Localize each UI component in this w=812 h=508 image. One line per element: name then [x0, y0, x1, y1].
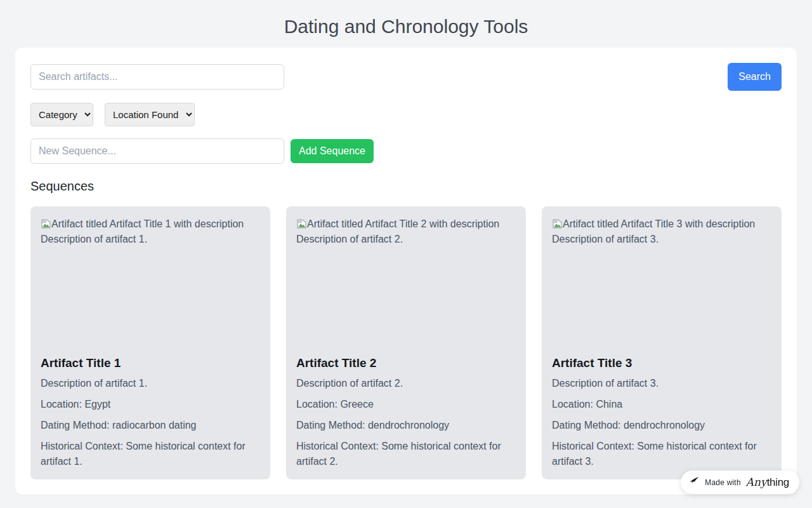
page-title: Dating and Chronology Tools [0, 16, 812, 37]
badge-brand-text: Anything [746, 476, 789, 489]
artifact-dating-method: Dating Method: dendrochronology [552, 418, 771, 433]
badge-brand-any: Any [746, 476, 767, 488]
bird-logo-icon [689, 476, 700, 489]
artifact-description: Description of artifact 2. [296, 376, 516, 391]
artifact-image-broken: Artifact titled Artifact Title 3 with de… [552, 217, 771, 344]
add-sequence-row: Add Sequence [30, 138, 782, 164]
location-found-select[interactable]: Location Found [105, 103, 195, 126]
badge-made-with-text: Made with [705, 478, 741, 487]
main-panel: Search Category Location Found Add Seque… [15, 48, 797, 495]
search-row: Search [30, 63, 782, 91]
add-sequence-button[interactable]: Add Sequence [291, 139, 374, 163]
artifact-historical-context: Historical Context: Some historical cont… [552, 439, 771, 469]
artifact-location: Location: Greece [296, 397, 516, 412]
artifact-title: Artifact Title 3 [552, 356, 771, 370]
broken-image-icon [41, 218, 51, 229]
category-select[interactable]: Category [30, 103, 93, 126]
new-sequence-input[interactable] [30, 138, 284, 164]
sequences-heading: Sequences [30, 179, 782, 194]
artifact-title: Artifact Title 2 [296, 356, 516, 370]
artifact-description: Description of artifact 3. [552, 376, 771, 391]
artifact-card-2: Artifact titled Artifact Title 2 with de… [286, 206, 526, 479]
broken-image-icon [552, 218, 563, 229]
artifact-title: Artifact Title 1 [41, 356, 260, 370]
artifact-dating-method: Dating Method: radiocarbon dating [41, 418, 260, 433]
artifact-image-broken: Artifact titled Artifact Title 2 with de… [296, 217, 516, 344]
artifact-historical-context: Historical Context: Some historical cont… [296, 439, 516, 469]
artifact-card-3: Artifact titled Artifact Title 3 with de… [542, 206, 782, 479]
artifact-image-alt-text: Artifact titled Artifact Title 2 with de… [296, 218, 499, 244]
search-button[interactable]: Search [728, 63, 782, 91]
artifact-historical-context: Historical Context: Some historical cont… [41, 439, 260, 469]
artifact-dating-method: Dating Method: dendrochronology [296, 418, 516, 433]
broken-image-icon [296, 218, 307, 229]
badge-brand-thing: thing [767, 476, 789, 488]
artifact-image-alt-text: Artifact titled Artifact Title 1 with de… [41, 218, 244, 244]
artifact-cards-grid: Artifact titled Artifact Title 1 with de… [30, 206, 782, 479]
artifact-card-1: Artifact titled Artifact Title 1 with de… [30, 206, 270, 479]
artifact-image-alt-text: Artifact titled Artifact Title 3 with de… [552, 218, 755, 244]
artifact-image-broken: Artifact titled Artifact Title 1 with de… [41, 217, 260, 344]
filters-row: Category Location Found [30, 103, 782, 126]
search-input[interactable] [30, 64, 284, 90]
artifact-description: Description of artifact 1. [41, 376, 260, 391]
artifact-location: Location: Egypt [41, 397, 260, 412]
made-with-anything-badge[interactable]: Made with Anything [681, 471, 799, 494]
artifact-location: Location: China [552, 397, 771, 412]
